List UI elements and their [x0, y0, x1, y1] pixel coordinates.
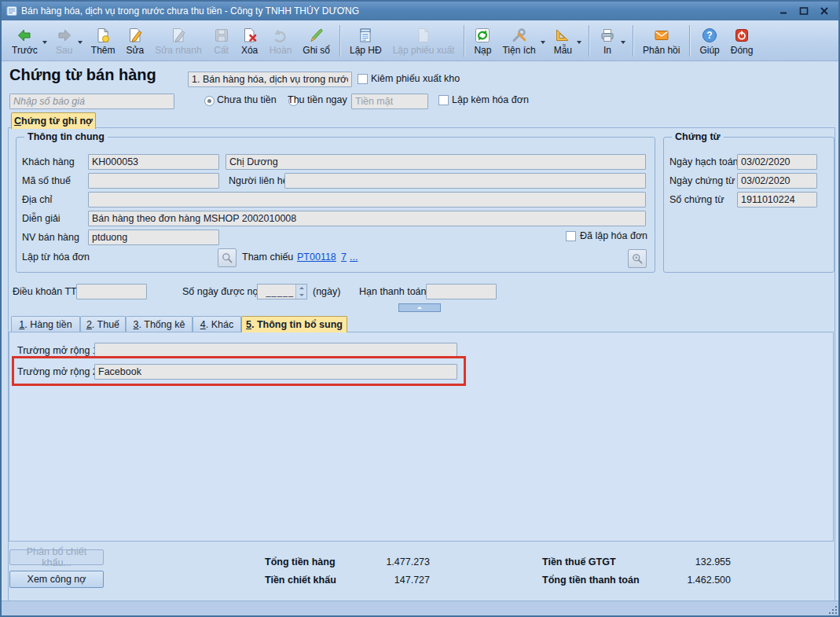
close-button[interactable] [820, 6, 829, 16]
minimize-button[interactable] [779, 6, 788, 16]
payment-method-combo[interactable] [351, 94, 428, 109]
tong-tien-hang-value: 1.477.273 [339, 556, 430, 567]
maximize-button[interactable] [799, 6, 809, 16]
toolbar-button-in[interactable]: In [593, 24, 629, 57]
save-icon [213, 26, 230, 44]
ref-link-2[interactable]: 7 [341, 252, 347, 263]
han-thanh-toan-input[interactable] [426, 284, 497, 299]
help-icon: ? [701, 26, 718, 44]
magnifier-icon [221, 252, 233, 264]
toolbar-button-cat[interactable]: Cất [207, 24, 236, 57]
lookup-reference-button[interactable] [628, 249, 647, 268]
chevron-down-icon[interactable] [577, 41, 581, 44]
toolbar-button-lap-phieu-xuat[interactable]: Lập phiếu xuất [387, 24, 460, 57]
so-ngay-duoc-no-stepper[interactable]: _____ [257, 284, 307, 299]
app-icon [6, 6, 17, 17]
undo-icon [272, 26, 289, 44]
toolbar-button-xoa[interactable]: Xóa [236, 24, 264, 57]
toolbar-button-dong[interactable]: Đóng [725, 24, 759, 57]
dia-chi-input[interactable] [88, 192, 646, 208]
toolbar-separator [633, 25, 633, 57]
tab-accel: 2 [86, 319, 92, 330]
chevron-down-icon[interactable] [541, 41, 545, 44]
toolbar-button-sua-nhanh[interactable]: Sửa nhanh [149, 24, 207, 57]
toolbar-button-nap[interactable]: Nạp [468, 24, 497, 57]
ngay-hach-toan-label: Ngày hạch toán [669, 156, 739, 167]
toolbar-button-phan-hoi[interactable]: Phản hồi [637, 24, 685, 57]
tham-chieu-label: Tham chiếu [242, 252, 293, 263]
chevron-down-icon[interactable] [42, 41, 47, 44]
lookup-invoice-button[interactable] [218, 248, 237, 267]
resize-grip-icon[interactable] [827, 604, 837, 614]
window-title: Bán hàng hóa, dịch vụ trong nước chưa th… [21, 6, 779, 17]
toolbar-label: Ghi sổ [303, 45, 330, 56]
nv-ban-hang-input[interactable] [88, 230, 219, 245]
phan-bo-chiet-khau-button[interactable]: Phân bổ chiết khấu... [9, 549, 104, 565]
toolbar-button-mau[interactable]: Mẫu [548, 24, 585, 57]
toolbar-button-hoan[interactable]: Hoàn [264, 24, 298, 57]
khach-hang-code-input[interactable] [88, 154, 219, 170]
toolbar-button-lap-hd[interactable]: Lập HĐ [344, 24, 387, 57]
radio-chua-thu-tien-label: Chưa thu tiền [217, 94, 277, 105]
so-chung-tu-input[interactable] [737, 192, 817, 208]
toolbar-button-sua[interactable]: Sửa [120, 24, 149, 57]
kiem-phieu-checkbox[interactable] [358, 74, 368, 84]
nguoi-lien-he-label: Người liên hệ [229, 175, 288, 186]
template-ruler-icon [554, 26, 571, 44]
toolbar-label: Hoàn [270, 45, 292, 56]
edit-document-icon [127, 26, 144, 44]
chevron-down-icon[interactable] [621, 41, 625, 44]
tab-thue[interactable]: 2. Thuế [80, 316, 126, 332]
tien-chiet-khau-label: Tiền chiết khấu [265, 575, 336, 586]
ref-link-1[interactable]: PT00118 [297, 252, 336, 263]
dieu-khoan-tt-input[interactable] [76, 284, 147, 299]
toolbar-label: Lập phiếu xuất [393, 45, 455, 56]
khach-hang-name-input[interactable] [226, 154, 646, 170]
ngay-hach-toan-input[interactable] [737, 154, 817, 170]
quote-number-input[interactable] [9, 94, 174, 109]
feedback-mail-icon [653, 26, 670, 44]
radio-chua-thu-tien[interactable] [204, 96, 215, 106]
tab-thong-tin-bo-sung[interactable]: 5. Thông tin bổ sung [241, 316, 347, 332]
tab-hang-tien[interactable]: 1. Hàng tiền [11, 316, 80, 332]
toolbar-separator [689, 25, 690, 57]
content-area: Chứng từ bán hàng Kiêm phiếu xuất kho Ch… [2, 61, 838, 603]
stepper-down-button[interactable] [296, 292, 306, 299]
dien-giai-input[interactable] [88, 211, 646, 226]
ma-so-thue-input[interactable] [88, 173, 219, 189]
page-title: Chứng từ bán hàng [9, 66, 156, 84]
xem-cong-no-button[interactable]: Xem công nợ [9, 571, 104, 588]
ngay-chung-tu-input[interactable] [737, 173, 817, 189]
toolbar-button-sau[interactable]: Sau [50, 24, 86, 57]
post-pencil-icon [308, 26, 325, 44]
new-document-icon [94, 26, 112, 44]
splitter-collapse-button[interactable] [398, 303, 441, 312]
tab-thong-ke[interactable]: 3. Thống kê [126, 316, 193, 332]
toolbar-button-them[interactable]: Thêm [86, 24, 121, 57]
da-lap-hoa-don-checkbox[interactable] [566, 231, 576, 241]
toolbar-button-giup[interactable]: ? Giúp [694, 24, 724, 57]
toolbar-label: Trước [12, 45, 38, 56]
tien-thue-gtgt-value: 132.955 [638, 556, 731, 567]
stepper-up-button[interactable] [296, 285, 306, 292]
nguoi-lien-he-input[interactable] [284, 173, 646, 189]
toolbar-button-truoc[interactable]: Trước [6, 24, 50, 57]
toolbar-label: Nạp [474, 45, 491, 56]
chevron-down-icon[interactable] [78, 41, 83, 44]
tab-accel: 3 [134, 319, 139, 330]
toolbar-button-tien-ich[interactable]: Tiện ích [497, 24, 548, 57]
invoice-icon [357, 26, 374, 44]
ref-link-more[interactable]: ... [350, 252, 358, 263]
tab-khac[interactable]: 4. Khác [193, 316, 241, 332]
refresh-icon [474, 26, 491, 44]
titlebar: Bán hàng hóa, dịch vụ trong nước chưa th… [2, 2, 838, 20]
doc-type-combo[interactable] [188, 72, 352, 87]
dieu-khoan-tt-label: Điều khoản TT [13, 286, 77, 297]
tab-rest: . Thông tin bổ sung [251, 319, 343, 330]
tab-chung-tu-ghi-no[interactable]: Chứng từ ghi nợ [11, 112, 96, 129]
da-lap-hoa-don-label: Đã lập hóa đơn [580, 230, 647, 241]
lap-kem-hoa-don-checkbox[interactable] [438, 95, 449, 105]
toolbar-button-ghi-so[interactable]: Ghi sổ [297, 24, 336, 57]
collapse-up-icon [417, 307, 422, 309]
so-chung-tu-label: Số chứng từ [669, 194, 724, 205]
